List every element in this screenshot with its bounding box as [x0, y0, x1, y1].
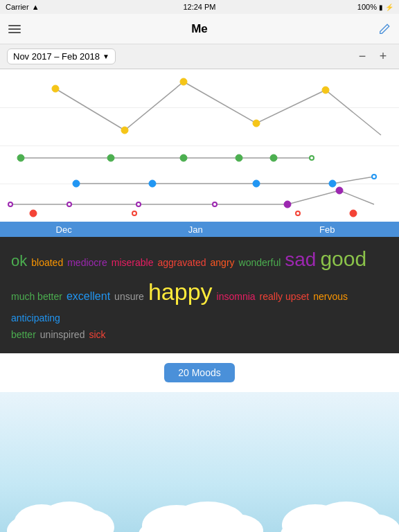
carrier-text: Carrier — [6, 3, 29, 11]
dot-blue-open-1 — [372, 175, 376, 179]
ham-line-1 — [8, 25, 21, 26]
dot-purple-open-3 — [136, 202, 141, 206]
word-cloud: okbloatedmediocremiserableaggravatedangr… — [0, 237, 399, 353]
timeline-dec: Dec — [56, 224, 72, 235]
dot-green-2 — [107, 154, 114, 161]
wifi-icon: ▲ — [32, 3, 39, 11]
moods-button[interactable]: 20 Moods — [164, 363, 234, 382]
word-angry[interactable]: angry — [211, 256, 235, 269]
status-left: Carrier ▲ — [6, 3, 39, 11]
word-sad[interactable]: sad — [285, 247, 316, 272]
word-miserable[interactable]: miserable — [112, 256, 154, 269]
dot-blue-1 — [73, 180, 80, 187]
word-unsure[interactable]: unsure — [114, 290, 144, 303]
chart-svg — [0, 69, 399, 222]
timeline-bar: Dec Jan Feb — [0, 222, 399, 237]
dot-green-open-1 — [310, 156, 314, 160]
nav-bar: Me — [0, 14, 399, 44]
word-ok[interactable]: ok — [11, 251, 27, 272]
dot-green-5 — [270, 154, 277, 161]
word-row-1: okbloatedmediocremiserableaggravatedangr… — [11, 245, 388, 272]
dot-purple-open-2 — [67, 202, 71, 206]
dot-yellow-1 — [52, 85, 59, 92]
word-good[interactable]: good — [320, 245, 366, 272]
toolbar: Nov 2017 – Feb 2018 ▼ − + — [0, 44, 399, 69]
word-nervous[interactable]: nervous — [313, 290, 348, 303]
clouds-svg — [0, 392, 399, 532]
edit-icon[interactable] — [378, 23, 391, 35]
dot-purple-2 — [336, 187, 343, 194]
word-anticipating[interactable]: anticipating — [11, 312, 60, 324]
dot-green-1 — [17, 154, 24, 161]
dot-blue-4 — [329, 180, 336, 187]
timeline-feb: Feb — [319, 224, 335, 235]
dot-green-4 — [236, 154, 242, 161]
chart-area — [0, 69, 399, 222]
dot-purple-1 — [284, 201, 291, 208]
dot-purple-open-4 — [213, 202, 217, 206]
dot-blue-2 — [149, 180, 156, 187]
zoom-controls: − + — [353, 48, 392, 66]
status-right: 100% ▮ ⚡ — [357, 3, 393, 11]
word-excellent[interactable]: excellent — [66, 290, 110, 304]
dot-purple-open-1 — [8, 202, 12, 206]
word-aggravated[interactable]: aggravated — [157, 256, 206, 269]
dot-yellow-3 — [180, 78, 187, 85]
dot-red-open-2 — [296, 211, 300, 215]
date-range-button[interactable]: Nov 2017 – Feb 2018 ▼ — [7, 48, 116, 64]
ham-line-2 — [8, 28, 21, 30]
word-happy[interactable]: happy — [148, 276, 213, 307]
date-range-label: Nov 2017 – Feb 2018 — [13, 51, 100, 62]
word-much-better[interactable]: much better — [11, 290, 62, 303]
zoom-out-button[interactable]: − — [353, 48, 371, 66]
word-better[interactable]: better — [11, 328, 36, 341]
word-really-upset[interactable]: really upset — [260, 290, 310, 303]
dot-yellow-5 — [322, 87, 329, 94]
dot-yellow-2 — [121, 127, 128, 134]
dot-blue-3 — [253, 180, 260, 187]
dropdown-arrow-icon: ▼ — [103, 53, 109, 60]
word-mediocre[interactable]: mediocre — [67, 256, 107, 269]
ham-line-3 — [8, 32, 21, 33]
battery-icon: ▮ — [379, 3, 383, 11]
dot-green-3 — [180, 154, 187, 161]
dot-red-2 — [350, 210, 357, 217]
word-bloated[interactable]: bloated — [31, 256, 63, 269]
status-bar: Carrier ▲ 12:24 PM 100% ▮ ⚡ — [0, 0, 399, 14]
word-row-3: betteruninspiredsick — [11, 328, 388, 341]
word-uninspired[interactable]: uninspired — [40, 328, 85, 341]
dot-yellow-4 — [253, 120, 260, 127]
charging-icon: ⚡ — [385, 3, 393, 11]
word-sick[interactable]: sick — [89, 328, 105, 341]
hamburger-menu-icon[interactable] — [8, 25, 21, 33]
battery-pct: 100% — [357, 3, 377, 11]
dot-red-1 — [30, 210, 37, 217]
zoom-in-button[interactable]: + — [374, 48, 392, 66]
time-display: 12:24 PM — [183, 3, 215, 11]
word-wonderful[interactable]: wonderful — [239, 256, 281, 269]
word-insomnia[interactable]: insomnia — [217, 290, 256, 303]
timeline-jan: Jan — [188, 224, 203, 235]
sky-background — [0, 392, 399, 532]
nav-title: Me — [191, 22, 208, 36]
moods-button-area: 20 Moods — [0, 353, 399, 392]
dot-red-open-1 — [132, 211, 136, 215]
word-row-2: much betterexcellentunsurehappyinsomniar… — [11, 276, 388, 323]
